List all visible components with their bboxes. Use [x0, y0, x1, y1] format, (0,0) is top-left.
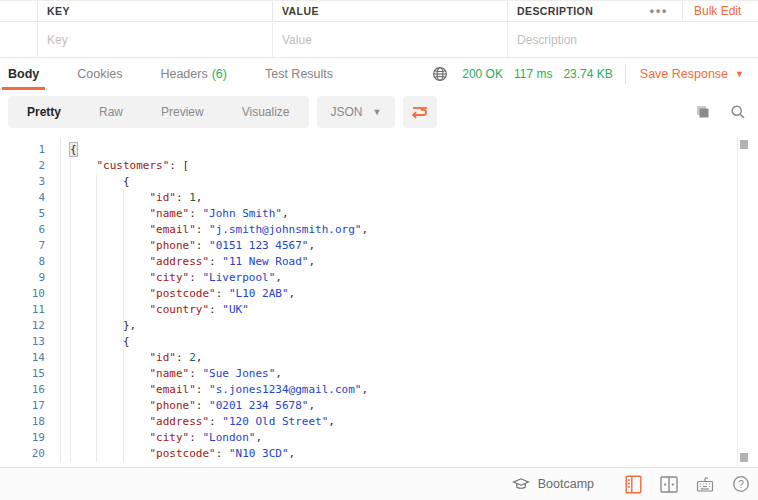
meta-divider	[625, 64, 626, 84]
params-row-handle-cell	[0, 23, 38, 57]
language-dropdown[interactable]: JSON ▼	[317, 96, 396, 128]
params-header-blank-cell	[0, 1, 38, 21]
tab-body[interactable]: Body	[8, 58, 39, 90]
mode-preview[interactable]: Preview	[142, 96, 223, 128]
two-pane-view-button[interactable]	[658, 473, 680, 495]
mode-raw[interactable]: Raw	[80, 96, 142, 128]
body-viewer-toolbar: Pretty Raw Preview Visualize JSON ▼	[8, 96, 750, 128]
scrollbar-thumb-top[interactable]	[740, 140, 748, 149]
response-header: Body Cookies Headers(6) Test Results 200…	[0, 58, 758, 90]
mode-pretty[interactable]: Pretty	[8, 96, 80, 128]
save-response-button[interactable]: Save Response ▼	[640, 67, 744, 81]
status-bar: Bootcamp	[0, 467, 758, 500]
view-mode-switcher: Pretty Raw Preview Visualize	[8, 96, 309, 128]
tab-test-results[interactable]: Test Results	[265, 58, 333, 90]
graduation-cap-icon	[512, 477, 530, 491]
code-lines: { "customers": [ { "id": 1, "name": "Joh…	[70, 142, 368, 462]
response-time: 117 ms	[514, 67, 552, 81]
bootcamp-button[interactable]: Bootcamp	[512, 477, 594, 491]
api-client-window: KEY VALUE DESCRIPTION ••• Bulk Edit Body…	[0, 0, 758, 500]
line-numbers: 1234567891011121314151617181920	[0, 142, 60, 462]
response-body-code-viewer[interactable]: 1234567891011121314151617181920 { "custo…	[0, 138, 758, 466]
response-meta: 200 OK 117 ms 23.74 KB Save Response ▼	[432, 58, 758, 90]
scrollbar-thumb-bottom[interactable]	[740, 453, 748, 462]
help-button[interactable]: ?	[730, 473, 752, 495]
keyboard-icon	[696, 475, 714, 493]
params-header-description: DESCRIPTION	[508, 1, 636, 21]
status-code: 200 OK	[462, 67, 503, 81]
params-new-row	[0, 23, 758, 58]
headers-count-badge: (6)	[212, 67, 227, 81]
gutter-divider	[60, 138, 61, 462]
wrap-lines-button[interactable]	[403, 96, 437, 128]
key-input[interactable]	[38, 23, 272, 57]
svg-text:?: ?	[738, 479, 744, 490]
mode-visualize[interactable]: Visualize	[223, 96, 309, 128]
tab-headers[interactable]: Headers(6)	[160, 58, 227, 90]
two-pane-icon	[660, 476, 678, 493]
scrollbar-track	[737, 138, 738, 466]
copy-button[interactable]	[690, 100, 714, 124]
search-button[interactable]	[726, 100, 750, 124]
network-globe-icon[interactable]	[432, 66, 448, 82]
bulk-edit-button[interactable]: Bulk Edit	[682, 1, 758, 21]
params-header-value: VALUE	[273, 1, 508, 21]
console-button[interactable]	[622, 473, 644, 495]
search-icon	[730, 104, 746, 120]
help-icon: ?	[732, 475, 750, 493]
console-icon	[625, 475, 642, 494]
more-options-button[interactable]: •••	[636, 1, 682, 21]
toolbar-right	[678, 100, 750, 124]
value-input[interactable]	[273, 23, 507, 57]
wrap-lines-icon	[411, 104, 429, 120]
response-tabs: Body Cookies Headers(6) Test Results	[0, 58, 371, 90]
description-input[interactable]	[508, 23, 758, 57]
params-table-header: KEY VALUE DESCRIPTION ••• Bulk Edit	[0, 0, 758, 22]
save-response-caret-icon: ▼	[735, 69, 744, 79]
language-caret-icon: ▼	[373, 107, 382, 117]
copy-icon	[694, 104, 710, 120]
shortcuts-button[interactable]	[694, 473, 716, 495]
response-size: 23.74 KB	[563, 67, 612, 81]
params-header-key: KEY	[38, 1, 273, 21]
tab-cookies[interactable]: Cookies	[77, 58, 122, 90]
